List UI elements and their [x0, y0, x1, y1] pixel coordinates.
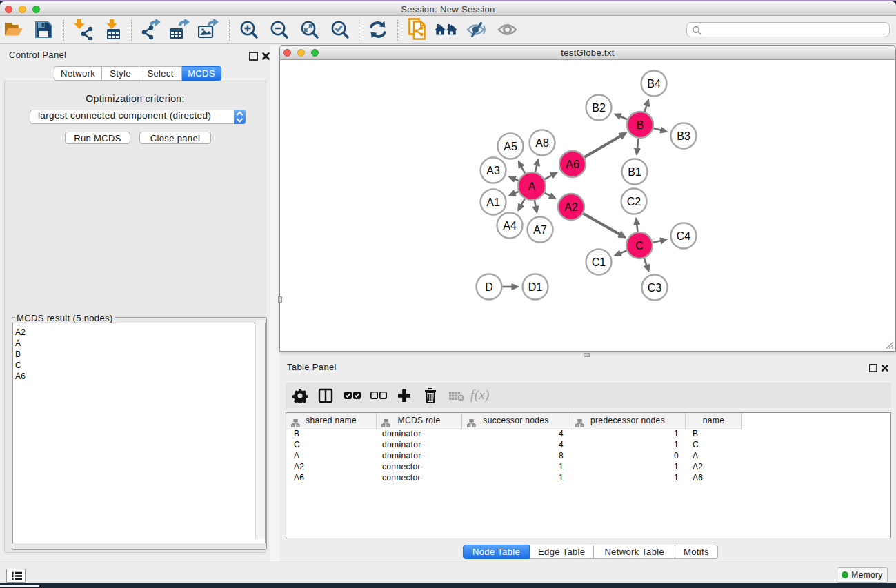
- svg-text:A5: A5: [504, 141, 517, 152]
- svg-text:A7: A7: [533, 224, 547, 236]
- svg-text:B2: B2: [592, 102, 606, 114]
- svg-text:B1: B1: [628, 166, 641, 178]
- svg-text:C3: C3: [648, 282, 662, 294]
- svg-text:D: D: [485, 281, 493, 293]
- svg-text:C2: C2: [627, 196, 641, 207]
- svg-text:B: B: [637, 119, 644, 131]
- svg-text:A: A: [528, 181, 536, 192]
- svg-text:C1: C1: [592, 256, 606, 268]
- svg-text:C: C: [635, 240, 644, 252]
- svg-text:C4: C4: [677, 230, 691, 242]
- svg-text:A4: A4: [503, 220, 517, 232]
- svg-text:A6: A6: [566, 159, 579, 170]
- svg-text:A2: A2: [564, 201, 578, 213]
- svg-text:A1: A1: [486, 196, 500, 208]
- svg-text:D1: D1: [528, 281, 543, 293]
- svg-text:B3: B3: [677, 130, 690, 142]
- svg-text:B4: B4: [647, 78, 661, 90]
- svg-text:A8: A8: [535, 137, 549, 149]
- svg-text:A3: A3: [486, 165, 500, 176]
